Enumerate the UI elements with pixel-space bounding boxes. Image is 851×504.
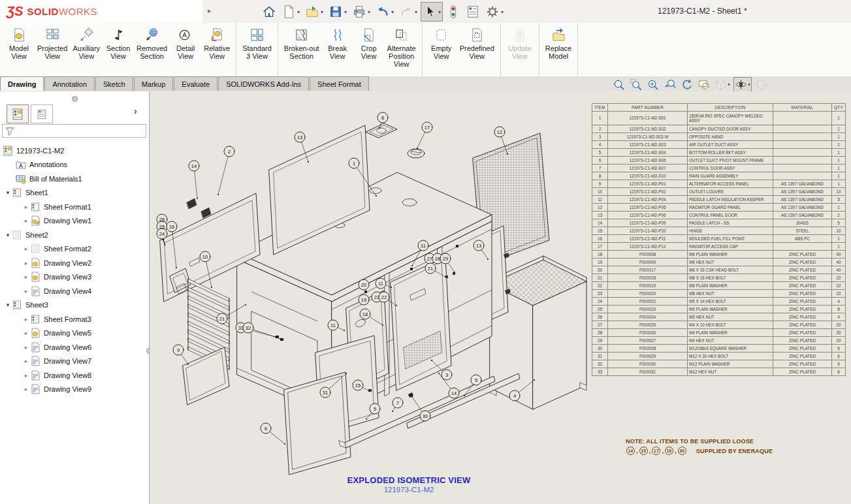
tree-item-121973-c1-m2[interactable]: 121973-C1-M2 (0, 144, 148, 158)
select-cursor-button[interactable]: ▾ (421, 2, 443, 22)
tree-item-drawing-view4[interactable]: ▸Drawing View4 (0, 284, 148, 298)
tree-item-sheet3[interactable]: ▾Sheet3 (0, 298, 148, 313)
expand-icon[interactable]: ▸ (22, 260, 30, 266)
dropdown-caret-icon[interactable]: ▾ (321, 9, 323, 15)
expand-icon[interactable]: ▸ (22, 344, 30, 351)
bom-cell: F000020 (608, 290, 688, 298)
rotate-view-button[interactable] (679, 77, 694, 92)
tree-item-drawing-view1[interactable]: ▸Drawing View1 (0, 214, 148, 228)
expand-icon[interactable]: ▸ (22, 274, 30, 280)
expand-icon[interactable]: ▸ (22, 204, 30, 210)
tree-item-drawing-view6[interactable]: ▸Drawing View6 (0, 340, 148, 354)
expand-icon[interactable]: ▸ (22, 245, 30, 252)
dropdown-caret-icon[interactable]: ▾ (391, 9, 394, 15)
exploded-view-drawing[interactable]: 1213817121426252416102193332631155730314… (150, 91, 592, 504)
tab-sketch[interactable]: Sketch (95, 76, 133, 91)
t-sheet-tl-icon (12, 300, 22, 310)
tree-item-drawing-view8[interactable]: ▸Drawing View8 (0, 368, 148, 383)
view-sheets-button[interactable] (696, 77, 711, 92)
tree-item-label: Sheet1 (25, 189, 48, 197)
expand-icon[interactable]: ▸ (22, 372, 30, 379)
svg-text:4: 4 (513, 393, 516, 399)
svg-text:11: 11 (330, 323, 336, 328)
dropdown-caret-icon[interactable]: ▾ (501, 9, 504, 15)
empty-view-button[interactable]: EmptyView (426, 26, 457, 61)
home-button[interactable] (260, 2, 278, 22)
collapse-icon[interactable]: ▾ (4, 302, 12, 308)
undo-button[interactable]: ▾ (374, 2, 396, 22)
replace-model-button[interactable]: ReplaceModel (543, 26, 574, 61)
standard-3-view-button[interactable]: Standard3 View (240, 26, 274, 61)
expand-icon[interactable]: ▸ (22, 358, 30, 364)
file-properties-button[interactable] (464, 2, 482, 22)
tab-markup[interactable]: Markup (134, 76, 174, 91)
tree-item-drawing-view5[interactable]: ▸Drawing View5 (0, 326, 148, 341)
panel-splitter-handle[interactable] (72, 96, 78, 102)
tab-solidworks-add-ins[interactable]: SOLIDWORKS Add-Ins (218, 76, 309, 91)
bom-row: 25F000023M5 PLAIN WASHERZINC PLATED8 (592, 306, 846, 313)
break-view-button[interactable]: BreakView (322, 26, 353, 61)
tab-drawing[interactable]: Drawing (0, 76, 44, 91)
crop-view-button[interactable]: CropView (353, 26, 385, 61)
expand-icon[interactable]: ▸ (22, 217, 30, 224)
tree-item-bill-of-materials1[interactable]: Bill of Materials1 (0, 172, 148, 186)
expand-icon[interactable]: ▸ (22, 330, 30, 336)
expand-icon[interactable]: ▸ (22, 386, 30, 392)
zoom-to-area-button[interactable] (628, 77, 643, 92)
tree-item-annotations[interactable]: Annotations (0, 158, 148, 172)
dropdown-caret-icon[interactable]: ▾ (748, 82, 750, 87)
projected-view-button[interactable]: ProjectedView (35, 26, 70, 61)
dropdown-caret-icon[interactable]: ▾ (728, 82, 730, 87)
zoom-in-out-button[interactable] (645, 77, 660, 92)
dropdown-caret-icon[interactable]: ▾ (415, 9, 417, 15)
ribbon-button-label: Position (389, 52, 414, 60)
zoom-to-fit-button[interactable] (611, 77, 626, 92)
alternate-position-view-button[interactable]: AlternatePositionView (385, 26, 419, 69)
tree-item-sheet2[interactable]: ▾Sheet2 (0, 228, 148, 242)
relative-view-button[interactable]: RelativeView (201, 26, 233, 61)
removed-section-button[interactable]: RemovedSection (134, 26, 170, 61)
menu-flyout-arrow-icon[interactable]: ▸ (208, 7, 212, 15)
ribbon-button-label: Crop (361, 44, 377, 52)
new-document-button[interactable]: ▾ (280, 2, 302, 22)
open-button[interactable]: ▾ (303, 2, 325, 22)
bom-table[interactable]: ITEMPART NUMBERDESCRIPTIONMATERIALQTY112… (592, 103, 845, 376)
dropdown-caret-icon[interactable]: ▾ (344, 9, 347, 15)
tree-item-sheet1[interactable]: ▾Sheet1 (0, 186, 148, 200)
tab-evaluate[interactable]: Evaluate (174, 76, 217, 91)
tab-feature-manager-tree[interactable] (7, 104, 29, 123)
tree-item-drawing-view2[interactable]: ▸Drawing View2 (0, 256, 148, 270)
view-settings-eye-button[interactable]: ▾ (733, 77, 752, 92)
detail-view-button[interactable]: DetailView (170, 26, 201, 61)
expand-icon[interactable]: ▸ (22, 316, 30, 323)
panel-expand-chevron-icon[interactable]: › (134, 106, 137, 116)
tab-display-manager[interactable] (31, 104, 53, 123)
rebuild-traffic-light-button[interactable] (444, 2, 462, 22)
graphics-area[interactable]: 1213817121426252416102193332631155730314… (150, 91, 851, 504)
tree-item-sheet-format2[interactable]: ▸Sheet Format2 (0, 242, 148, 257)
options-gear-button[interactable]: ▾ (483, 2, 506, 22)
tree-item-drawing-view3[interactable]: ▸Drawing View3 (0, 270, 148, 285)
expand-icon[interactable]: ▸ (22, 288, 30, 294)
tree-filter-input[interactable] (2, 124, 146, 138)
predefined-view-button[interactable]: PredefinedView (457, 26, 497, 61)
tree-item-drawing-view9[interactable]: ▸Drawing View9 (0, 383, 148, 397)
collapse-icon[interactable]: ▾ (4, 232, 12, 238)
tree-item-drawing-view7[interactable]: ▸Drawing View7 (0, 354, 148, 369)
broken-out-section-button[interactable]: Broken-outSection (281, 26, 322, 61)
dropdown-caret-icon[interactable]: ▾ (368, 9, 370, 15)
section-view-button[interactable]: SectionView (103, 26, 134, 61)
print-button[interactable]: ▾ (350, 2, 372, 22)
dropdown-caret-icon[interactable]: ▾ (438, 9, 441, 15)
dropdown-caret-icon[interactable]: ▾ (297, 9, 300, 15)
collapse-icon[interactable]: ▾ (4, 189, 12, 196)
tab-sheet-format[interactable]: Sheet Format (310, 76, 369, 91)
bom-cell: F000027 (608, 337, 688, 345)
tab-annotation[interactable]: Annotation (44, 76, 95, 91)
tree-item-sheet-format3[interactable]: ▸Sheet Format3 (0, 312, 148, 326)
auxiliary-view-button[interactable]: AuxiliaryView (70, 26, 103, 61)
model-view-button[interactable]: ModelView (3, 26, 35, 61)
tree-item-sheet-format1[interactable]: ▸Sheet Format1 (0, 200, 148, 214)
previous-view-button[interactable] (662, 77, 677, 92)
save-button[interactable]: ▾ (327, 2, 349, 22)
